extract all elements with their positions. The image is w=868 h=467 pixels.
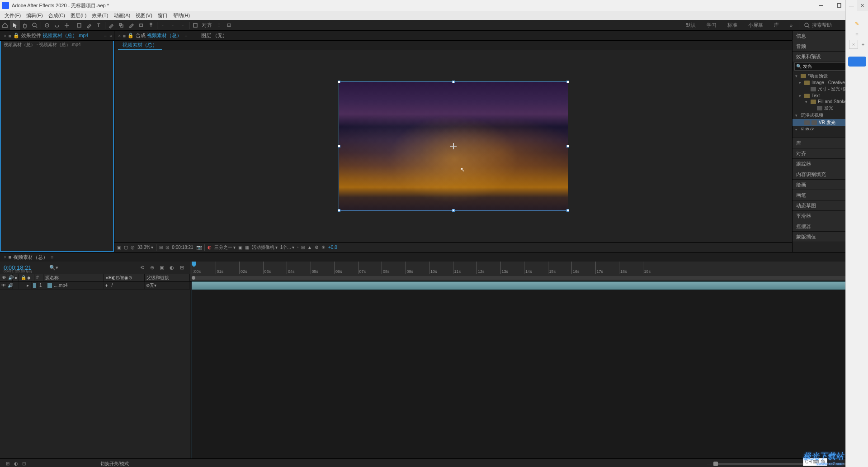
footer-btn-2[interactable]: ◐ (12, 460, 20, 467)
timeline-track-area[interactable]: ⊕ (190, 281, 868, 458)
menu-edit[interactable]: 编辑(E) (24, 11, 46, 20)
timeline-search-icon[interactable]: 🔍▾ (49, 265, 58, 271)
workspace-more[interactable]: » (784, 20, 798, 31)
pen-tool[interactable] (84, 20, 94, 30)
menu-file[interactable]: 文件(F) (2, 11, 24, 20)
exposure-icon[interactable]: ☀ (321, 245, 326, 250)
footer-btn-1[interactable]: ⊞ (4, 460, 12, 467)
comp-sub-tab[interactable]: 视频素材（总） (118, 41, 162, 50)
tl-btn-1[interactable]: ⟲ (137, 263, 146, 272)
hand-tool[interactable] (20, 20, 30, 30)
ext-blue-button[interactable] (848, 57, 866, 67)
tl-btn-2[interactable]: ⊕ (147, 263, 156, 272)
region-icon[interactable]: ▣ (238, 245, 242, 250)
ext-minimize[interactable]: — (846, 0, 857, 11)
views-dropdown[interactable]: 1个... ▾ (280, 244, 294, 251)
minimize-button[interactable] (812, 0, 830, 11)
layer-tab[interactable]: 图层 （无） (201, 32, 227, 39)
col-parent[interactable]: 父级和链接 (145, 274, 190, 281)
panel-menu-icon[interactable]: ≡ (51, 254, 53, 260)
layer-switches[interactable]: ♦ / (104, 281, 145, 289)
text-tool[interactable]: T (94, 20, 104, 30)
lock-icon[interactable]: 🔒 (13, 33, 19, 38)
resize-handle[interactable] (338, 209, 340, 212)
view-option-3[interactable]: ▲ (307, 245, 312, 250)
snapshot-button[interactable]: 📷 (196, 245, 202, 250)
view-option-2[interactable]: ⊞ (301, 245, 305, 250)
close-icon[interactable]: × (4, 254, 6, 260)
transparency-icon[interactable]: ▦ (245, 245, 249, 250)
current-time[interactable]: 0:00:18:21 (172, 245, 193, 250)
close-icon[interactable]: × (118, 33, 121, 38)
workspace-default[interactable]: 默认 (680, 20, 701, 31)
menu-layer[interactable]: 图层(L) (68, 11, 89, 20)
panel-menu-icon[interactable]: ≡ (184, 33, 187, 38)
roto-tool[interactable] (136, 20, 146, 30)
view-option-1[interactable]: ▫ (297, 245, 299, 250)
parent-dropdown[interactable]: ⊘ 无 ▾ (145, 281, 190, 289)
ext-menu-icon[interactable]: ≡ (855, 31, 858, 37)
workspace-small[interactable]: 小屏幕 (743, 20, 769, 31)
layer-row[interactable]: 👁 🔊 ▸ 1 ....mp4 ♦ / ⊘ 无 ▾ (0, 281, 190, 290)
twirl-icon[interactable]: ▸ (25, 281, 32, 289)
col-eye-icon[interactable]: 👁 (0, 274, 6, 281)
resize-handle[interactable] (338, 145, 340, 148)
channel-toggle[interactable]: ▢ (124, 245, 128, 250)
puppet-tool[interactable] (146, 20, 156, 30)
tl-btn-3[interactable]: ▣ (157, 263, 166, 272)
resize-handle[interactable] (566, 209, 569, 212)
snap-checkbox[interactable] (190, 20, 200, 30)
menu-effect[interactable]: 效果(T) (89, 11, 111, 20)
visibility-toggle[interactable]: 👁 (0, 281, 6, 289)
timeline-tab[interactable]: 视频素材（总） (13, 254, 48, 261)
composition-canvas[interactable]: ↖ (339, 81, 568, 211)
exposure-value[interactable]: +0.0 (328, 245, 337, 250)
solo-toggle[interactable] (13, 281, 19, 289)
workspace-learn[interactable]: 学习 (701, 20, 722, 31)
audio-toggle[interactable]: 🔊 (6, 281, 13, 289)
view-option-4[interactable]: ⚙ (315, 245, 319, 250)
tl-btn-4[interactable]: ◐ (167, 263, 176, 272)
navigator-start[interactable] (192, 276, 195, 280)
workspace-library[interactable]: 库 (769, 20, 784, 31)
col-label-icon[interactable]: ◆ (25, 274, 34, 281)
lock-icon[interactable]: 🔒 (127, 33, 134, 38)
ext-tab-close[interactable]: × (849, 40, 858, 49)
resize-handle[interactable] (452, 209, 455, 212)
playhead-line[interactable] (192, 281, 192, 458)
rotation-tool[interactable] (52, 20, 62, 30)
grid-icon[interactable]: ⊡ (165, 245, 169, 250)
footer-btn-3[interactable]: ⊡ (20, 460, 28, 467)
clone-tool[interactable] (116, 20, 126, 30)
menu-view[interactable]: 视图(V) (133, 11, 155, 20)
resize-handle[interactable] (566, 145, 569, 148)
resolution-dropdown[interactable]: 三分之一 ▾ (214, 244, 236, 251)
resize-handle[interactable] (566, 81, 569, 83)
brush-tool[interactable] (106, 20, 116, 30)
menu-help[interactable]: 帮助(H) (170, 11, 193, 20)
ext-close[interactable]: ✕ (857, 0, 868, 11)
magnet-tool[interactable]: ⊞ (224, 20, 234, 30)
tl-btn-5[interactable]: ⊞ (177, 263, 186, 272)
panel-menu-icon[interactable]: ≡ (104, 33, 106, 38)
ext-tab-add[interactable]: + (859, 40, 867, 49)
zoom-tool[interactable] (30, 20, 40, 30)
menu-composition[interactable]: 合成(C) (46, 11, 68, 20)
menu-window[interactable]: 窗口 (155, 11, 170, 20)
composition-tab[interactable]: 合成 视频素材（总） (136, 32, 182, 39)
col-lock-icon[interactable]: 🔒 (19, 274, 25, 281)
anchor-point-icon[interactable] (450, 143, 457, 149)
composition-viewer[interactable]: ↖ (114, 50, 792, 242)
menu-animation[interactable]: 动画(A) (111, 11, 133, 20)
time-navigator[interactable] (190, 274, 868, 281)
eraser-tool[interactable] (126, 20, 136, 30)
rectangle-tool[interactable] (74, 20, 84, 30)
home-tool[interactable] (0, 20, 10, 30)
snap-options[interactable]: ⋮ (214, 20, 224, 30)
camera-dropdown[interactable]: 活动摄像机 ▾ (252, 244, 278, 251)
resize-handle[interactable] (452, 81, 455, 83)
layer-name[interactable]: ....mp4 (46, 281, 104, 289)
ext-highlight-icon[interactable]: ✎ (855, 21, 859, 27)
time-ruler[interactable]: :00s01s02s03s04s05s06s07s08s09s10s11s12s… (190, 262, 868, 274)
zoom-out-icon[interactable]: — (707, 461, 712, 466)
